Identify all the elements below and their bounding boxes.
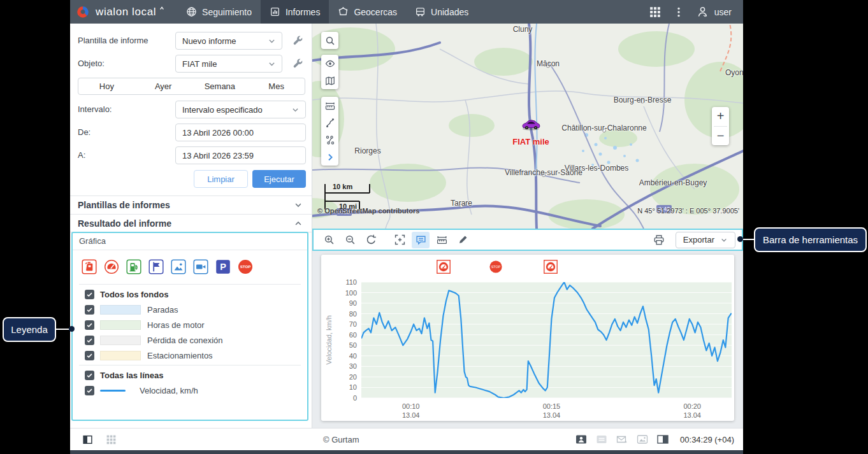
- topbar-right: user: [649, 0, 743, 24]
- template-wrench-icon[interactable]: [293, 35, 303, 46]
- app-window: wialon local SeguimientoInformesGeocerca…: [70, 0, 743, 454]
- image-ph-icon[interactable]: [637, 434, 648, 444]
- interval-select[interactable]: Intervalo especificado: [175, 101, 306, 118]
- period-tab-semana[interactable]: Semana: [192, 78, 249, 94]
- svg-text:STOP: STOP: [491, 265, 501, 269]
- chart-plot-area[interactable]: [361, 282, 732, 398]
- map-place-macon: Mâcon: [537, 59, 560, 68]
- pencil-button[interactable]: [454, 232, 472, 248]
- checkbox-checked[interactable]: [85, 320, 94, 330]
- map-tool-route-button[interactable]: [321, 114, 338, 131]
- apps-grid-icon[interactable]: [649, 6, 661, 18]
- period-tab-hoy[interactable]: Hoy: [78, 78, 135, 94]
- map-tool-group: [321, 97, 338, 166]
- checkbox-checked[interactable]: [85, 336, 94, 345]
- wialon-logo-icon: [76, 5, 90, 19]
- map-tool-search-button[interactable]: [321, 32, 338, 49]
- object-wrench-icon[interactable]: [293, 58, 303, 69]
- mail-in-icon[interactable]: [616, 434, 628, 444]
- map-tool-map-button[interactable]: [321, 72, 338, 89]
- map-coordinates: N 45° 51.2973' : E 005° 37.9005': [637, 207, 739, 215]
- map-icon: [325, 76, 335, 86]
- kebab-menu-icon[interactable]: [673, 6, 684, 18]
- nav-tab-geocercas[interactable]: Geocercas: [329, 0, 406, 24]
- user-menu[interactable]: user: [697, 6, 732, 18]
- to-date-input[interactable]: 13 Abril 2026 23:59: [175, 146, 306, 164]
- checkbox-checked[interactable]: [85, 371, 94, 380]
- photo-icon[interactable]: [171, 259, 186, 274]
- reset-icon: [366, 234, 377, 245]
- ruler-button[interactable]: [433, 232, 451, 248]
- map-place-riorges: Riorges: [354, 146, 380, 155]
- zoom-in-button[interactable]: [320, 232, 338, 248]
- zoom-out-button[interactable]: [341, 232, 359, 248]
- map-tool-chevron-right-button[interactable]: [321, 148, 338, 166]
- period-tabs: HoyAyerSemanaMes: [78, 78, 305, 95]
- video-icon[interactable]: [193, 259, 208, 274]
- chart-y-ticks: 0102030405060708090100110: [336, 282, 357, 398]
- map-place-tarare: Tarare: [451, 199, 472, 208]
- reset-button[interactable]: [362, 232, 380, 248]
- message-icon: [416, 234, 426, 245]
- section-report-result[interactable]: Resultado del informe: [70, 214, 312, 232]
- chevron-down-icon: [291, 106, 300, 114]
- split-view-icon[interactable]: [657, 434, 669, 444]
- y-tick-70: 70: [349, 320, 357, 328]
- speed-violation-marker[interactable]: [544, 260, 558, 274]
- map-place-bourg-en-bresse: Bourg-en-Bresse: [614, 96, 672, 104]
- nav-tab-seguimiento[interactable]: Seguimiento: [177, 0, 261, 24]
- unit-marker-fiat-mile[interactable]: [521, 119, 541, 131]
- checkbox-checked[interactable]: [85, 386, 94, 395]
- period-tab-ayer[interactable]: Ayer: [135, 78, 192, 94]
- fuel-station-icon[interactable]: [126, 259, 141, 274]
- nav-tab-informes[interactable]: Informes: [261, 0, 329, 24]
- map-attribution[interactable]: © OpenStreetMap contributors: [317, 207, 419, 215]
- grid-dots-icon[interactable]: [106, 434, 117, 445]
- legend-item-velocidad-km-h: Velocidad, km/h: [73, 383, 307, 398]
- map-tool-ruler-button[interactable]: [321, 97, 338, 114]
- export-button[interactable]: Exportar: [676, 232, 735, 248]
- parking-icon[interactable]: P: [215, 259, 231, 274]
- map[interactable]: ClunyMâconBourg-en-BresseOyonnaxChâtillo…: [312, 24, 743, 229]
- legend: Todos los fondosParadasHoras de motorPér…: [73, 287, 307, 398]
- map-tool-eye-button[interactable]: [321, 55, 338, 72]
- flag-icon[interactable]: [148, 259, 164, 274]
- panel-toggle-icon[interactable]: [82, 434, 93, 445]
- speed-violation-marker[interactable]: [437, 260, 451, 274]
- execute-button[interactable]: Ejecutar: [252, 170, 306, 188]
- grafica-icon-row: PSTOP: [73, 250, 307, 282]
- checkbox-checked[interactable]: [85, 290, 94, 299]
- geofence-icon: [338, 6, 349, 17]
- y-tick-80: 80: [349, 310, 357, 318]
- map-zoom-in-button[interactable]: +: [712, 107, 729, 126]
- legend-item-label: Estacionamientos: [147, 351, 213, 360]
- template-select[interactable]: Nuevo informe: [175, 32, 282, 50]
- print-button[interactable]: [650, 232, 668, 248]
- from-date-input[interactable]: 13 Abril 2026 00:00: [175, 124, 306, 141]
- map-place-villefranche-sur-saone: Villefranche-sur-Saône: [505, 168, 582, 177]
- object-select[interactable]: FIAT mile: [175, 55, 282, 73]
- map-place-cluny: Cluny: [513, 25, 533, 34]
- section-report-templates[interactable]: Plantillas de informes: [70, 195, 312, 214]
- message-button[interactable]: [412, 232, 430, 248]
- from-label: De:: [78, 124, 90, 141]
- map-tool-group: [321, 55, 338, 89]
- checkbox-checked[interactable]: [85, 351, 94, 360]
- speedo-red-icon[interactable]: [104, 259, 119, 274]
- copyright[interactable]: © Gurtam: [323, 435, 359, 444]
- clear-button[interactable]: Limpiar: [194, 170, 248, 188]
- period-tab-mes[interactable]: Mes: [248, 78, 305, 94]
- expand-button[interactable]: [391, 232, 409, 248]
- map-tool-waypoints-button[interactable]: [321, 131, 338, 148]
- stop-icon[interactable]: STOP: [238, 259, 253, 274]
- brand-logo[interactable]: wialon local: [70, 0, 177, 24]
- eye-icon: [325, 59, 335, 69]
- legend-item-label: Pérdida de conexión: [147, 336, 223, 345]
- checkbox-checked[interactable]: [85, 305, 94, 315]
- nav-tab-unidades[interactable]: Unidades: [406, 0, 477, 24]
- doc-list-icon[interactable]: [596, 434, 607, 444]
- person-card-icon[interactable]: [575, 434, 587, 444]
- fuel-can-icon[interactable]: [82, 259, 97, 274]
- map-zoom-out-button[interactable]: −: [712, 127, 729, 146]
- stop-event-marker[interactable]: STOP: [489, 260, 503, 274]
